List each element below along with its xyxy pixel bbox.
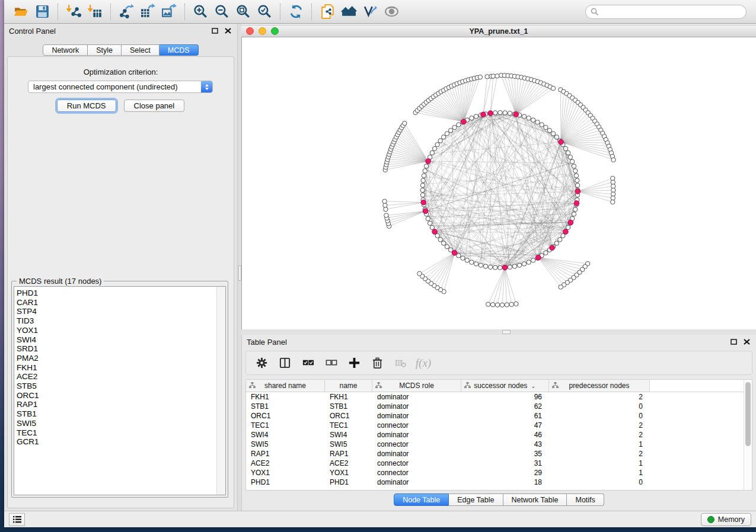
mcds-result-item[interactable]: CAR1 [17, 298, 225, 307]
tab-node-table[interactable]: Node Table [394, 493, 449, 506]
memory-button[interactable]: Memory [701, 513, 751, 526]
column-header-name[interactable]: name [325, 380, 372, 392]
network-node[interactable] [551, 86, 555, 90]
mcds-node[interactable] [502, 265, 508, 270]
tab-mcds[interactable]: MCDS [160, 44, 199, 56]
network-node[interactable] [566, 150, 570, 155]
network-node[interactable] [435, 142, 439, 146]
mcds-node[interactable] [461, 119, 467, 124]
select-all-icon[interactable] [301, 356, 315, 370]
tab-edge-table[interactable]: Edge Table [449, 493, 503, 506]
close-panel-icon[interactable] [223, 27, 232, 35]
export-network-icon[interactable] [116, 2, 137, 21]
table-row[interactable]: PHD1PHD1dominator180 [246, 477, 752, 487]
import-network-icon[interactable] [63, 2, 84, 21]
network-node[interactable] [558, 238, 562, 242]
network-node[interactable] [422, 174, 426, 178]
network-node[interactable] [508, 265, 512, 269]
mcds-list-scrollbar[interactable] [216, 287, 225, 495]
mcds-node[interactable] [568, 220, 573, 225]
network-node[interactable] [517, 263, 521, 267]
network-node[interactable] [423, 169, 427, 173]
network-node[interactable] [457, 123, 461, 127]
table-row[interactable]: YOX1YOX1connector291 [246, 468, 752, 477]
network-node[interactable] [420, 188, 425, 192]
network-node[interactable] [575, 183, 579, 187]
zoom-in-icon[interactable] [190, 2, 211, 21]
network-node[interactable] [382, 199, 387, 203]
network-node[interactable] [554, 241, 559, 245]
mcds-result-item[interactable]: PHD1 [17, 289, 225, 298]
mcds-node[interactable] [432, 229, 438, 235]
network-node[interactable] [531, 118, 535, 122]
table-row[interactable]: SWI5SWI5connector431 [246, 440, 752, 449]
splitter-grip[interactable] [502, 330, 511, 334]
network-node[interactable] [495, 303, 499, 307]
table-row[interactable]: RAP1RAP1dominator352 [246, 449, 752, 459]
column-header-predecessor-nodes[interactable]: predecessor nodes [549, 380, 650, 392]
network-node[interactable] [568, 155, 572, 159]
table-row[interactable]: ACE2ACE2connector311 [246, 459, 752, 468]
network-node[interactable] [445, 132, 449, 136]
network-node[interactable] [611, 200, 615, 204]
export-image-icon[interactable] [158, 2, 180, 21]
mcds-node[interactable] [452, 251, 457, 256]
network-node[interactable] [441, 241, 445, 245]
mcds-node[interactable] [575, 189, 580, 194]
add-column-icon[interactable] [347, 356, 361, 370]
tab-network[interactable]: Network [43, 44, 88, 56]
zoom-out-icon[interactable] [211, 2, 232, 21]
network-node[interactable] [383, 203, 387, 207]
network-node[interactable] [551, 132, 555, 136]
mcds-result-item[interactable]: STB5 [17, 382, 225, 391]
mcds-result-item[interactable]: SWI4 [17, 335, 225, 345]
mcds-result-item[interactable]: YOX1 [17, 326, 225, 335]
table-row[interactable]: ORC1ORC1dominator610 [246, 411, 752, 421]
hide-graphics-details-icon[interactable] [359, 2, 381, 21]
network-node[interactable] [508, 111, 512, 115]
table-scrollbar[interactable] [744, 380, 752, 490]
network-node[interactable] [554, 135, 559, 139]
network-node[interactable] [522, 114, 526, 118]
mcds-node[interactable] [559, 139, 564, 145]
network-node[interactable] [470, 260, 474, 264]
network-node[interactable] [438, 139, 442, 143]
search-input[interactable] [599, 8, 741, 16]
network-node[interactable] [572, 212, 576, 216]
show-hide-icon[interactable] [381, 2, 402, 21]
save-session-icon[interactable] [31, 2, 53, 21]
vertical-splitter[interactable] [237, 24, 241, 511]
network-node[interactable] [512, 264, 516, 268]
network-node[interactable] [479, 263, 483, 267]
task-history-button[interactable] [9, 513, 25, 526]
network-node[interactable] [474, 262, 478, 266]
search-box[interactable] [585, 5, 747, 19]
toggle-panes-icon[interactable] [277, 356, 292, 370]
clone-network-icon[interactable] [317, 2, 338, 21]
network-node[interactable] [465, 258, 469, 262]
network-node[interactable] [563, 146, 567, 150]
network-node[interactable] [461, 256, 465, 260]
network-node[interactable] [514, 302, 518, 306]
network-node[interactable] [527, 116, 531, 120]
mcds-result-item[interactable]: TEC1 [17, 428, 225, 438]
network-node[interactable] [572, 164, 576, 168]
table-row[interactable]: SWI4SWI4dominator462 [246, 430, 752, 440]
network-node[interactable] [493, 265, 497, 270]
tab-motifs[interactable]: Motifs [567, 493, 604, 506]
traffic-zoom-icon[interactable] [271, 27, 279, 35]
network-node[interactable] [490, 303, 495, 307]
network-node[interactable] [503, 111, 507, 115]
network-node[interactable] [428, 221, 432, 225]
mcds-result-item[interactable]: TID3 [17, 316, 225, 326]
mcds-result-item[interactable]: ORC1 [17, 391, 225, 400]
network-node[interactable] [574, 174, 578, 178]
zoom-selected-icon[interactable] [254, 2, 275, 21]
network-node[interactable] [486, 302, 490, 306]
network-overview-icon[interactable] [338, 2, 359, 21]
table-settings-icon[interactable] [254, 356, 269, 370]
mcds-result-item[interactable]: SRD1 [17, 344, 225, 354]
refresh-view-icon[interactable] [285, 2, 307, 21]
network-node[interactable] [498, 265, 502, 270]
network-node[interactable] [426, 216, 430, 220]
